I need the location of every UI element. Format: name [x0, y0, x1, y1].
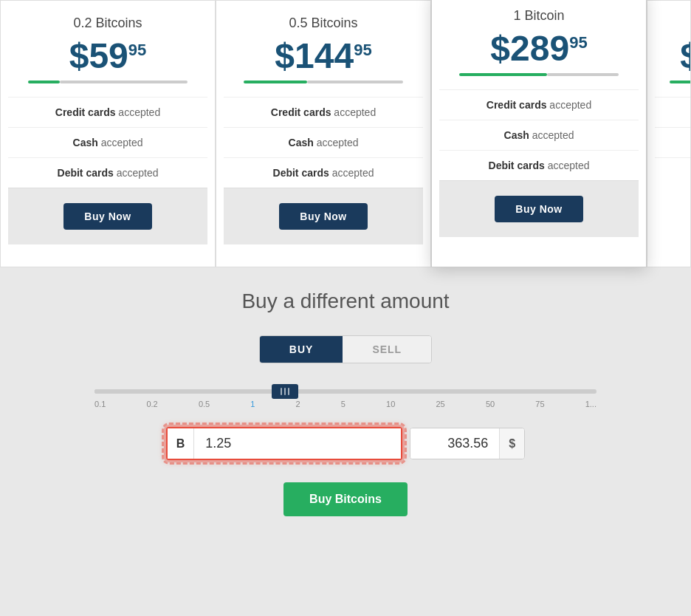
card-1-feature-credit: Credit cards accepted	[439, 89, 639, 120]
slider-labels: 0.1 0.2 0.5 1 2 5 10 25 50 75 1...	[87, 400, 604, 408]
slider-label-05: 0.5	[199, 400, 210, 408]
slider-line-2	[284, 388, 286, 395]
card-02-feature-cash: Cash accepted	[8, 127, 207, 157]
buy-bitcoins-button[interactable]: Buy Bitcoins	[283, 482, 408, 516]
card-05-title: 0.5 Bitcoins	[224, 16, 423, 31]
slider-label-25: 25	[436, 400, 445, 408]
pricing-card-05: 0.5 Bitcoins $14495 Credit cards accepte…	[216, 0, 431, 267]
bitcoin-input-wrapper: B	[166, 427, 403, 460]
slider-label-02: 0.2	[146, 400, 157, 408]
input-row: B 363.56 $	[87, 427, 604, 460]
card-02-buy-section: Buy Now	[8, 188, 207, 244]
bitcoin-symbol: B	[168, 428, 195, 459]
card-02-buy-button[interactable]: Buy Now	[63, 203, 151, 230]
card-2-feature-credit: C	[655, 97, 691, 127]
card-05-buy-section: Buy Now	[224, 188, 423, 244]
card-2-title: 2 Bitcoins	[655, 16, 691, 31]
bottom-section: Buy a different amount BUY SELL 0.1 0.2 …	[0, 267, 691, 546]
card-1-feature-cash: Cash accepted	[439, 120, 639, 150]
card-05-price: $14495	[224, 38, 423, 74]
card-05-bar	[244, 80, 403, 83]
slider-label-50: 50	[486, 400, 495, 408]
card-02-title: 0.2 Bitcoins	[8, 16, 207, 31]
card-1-buy-button[interactable]: Buy Now	[495, 196, 582, 222]
buy-different-title: Buy a different amount	[15, 290, 676, 313]
card-1-buy-section: Buy Now	[439, 180, 639, 237]
usd-input-wrapper: 363.56 $	[410, 428, 525, 459]
slider-label-01: 0.1	[94, 400, 106, 408]
bitcoin-amount-input[interactable]	[194, 428, 401, 459]
slider-label-10: 10	[386, 400, 395, 408]
slider-section: 0.1 0.2 0.5 1 2 5 10 25 50 75 1...	[87, 389, 604, 408]
slider-label-1: 1	[250, 400, 255, 408]
slider-label-100: 1...	[585, 400, 597, 408]
usd-amount-display: 363.56	[410, 428, 499, 459]
card-02-bar	[28, 80, 188, 83]
card-1-feature-debit: Debit cards accepted	[439, 150, 639, 180]
pricing-card-1: 1 Bitcoin $28995 Credit cards accepted C…	[431, 0, 647, 267]
pricing-card-2: 2 Bitcoins $57995 C D	[647, 0, 691, 267]
slider-track[interactable]	[94, 389, 597, 394]
card-02-feature-credit: Credit cards accepted	[8, 97, 207, 127]
slider-fill	[94, 389, 285, 394]
card-2-feature-debit: D	[655, 157, 691, 188]
card-02-feature-debit: Debit cards accepted	[8, 157, 207, 188]
slider-label-75: 75	[535, 400, 544, 408]
card-2-feature-cash	[655, 127, 691, 157]
card-05-feature-debit: Debit cards accepted	[224, 157, 423, 188]
card-2-bar	[670, 80, 691, 83]
slider-label-2: 2	[296, 400, 300, 408]
pricing-card-02: 0.2 Bitcoins $5995 Credit cards accepted…	[0, 0, 216, 267]
card-02-price: $5995	[8, 38, 207, 74]
card-05-feature-credit: Credit cards accepted	[224, 97, 423, 127]
slider-line-3	[288, 388, 289, 395]
usd-symbol: $	[499, 428, 524, 459]
card-1-price: $28995	[439, 31, 639, 66]
pricing-row: 0.2 Bitcoins $5995 Credit cards accepted…	[0, 0, 691, 267]
card-1-bar	[459, 72, 619, 76]
card-1-title: 1 Bitcoin	[439, 8, 639, 24]
slider-thumb[interactable]	[272, 384, 298, 399]
sell-toggle-button[interactable]: SELL	[343, 336, 431, 363]
card-05-buy-button[interactable]: Buy Now	[279, 203, 367, 230]
card-2-price: $57995	[655, 38, 691, 74]
slider-line-1	[281, 388, 282, 395]
card-05-feature-cash: Cash accepted	[224, 127, 423, 157]
buy-toggle-button[interactable]: BUY	[260, 336, 343, 363]
page-wrapper: 0.2 Bitcoins $5995 Credit cards accepted…	[0, 0, 691, 616]
slider-label-5: 5	[341, 400, 346, 408]
buy-sell-toggle: BUY SELL	[259, 335, 432, 363]
